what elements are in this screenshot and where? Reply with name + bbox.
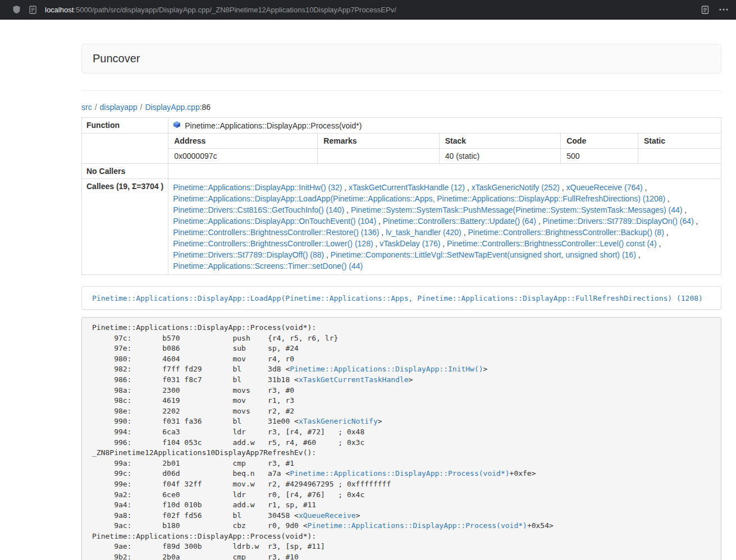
function-row: Function Pinetime::Applications::Display… xyxy=(82,118,721,134)
callee-separator: , xyxy=(376,217,383,226)
function-symbol: Pinetime::Applications::DisplayApp::Proc… xyxy=(185,121,362,130)
stats-header-address: Address xyxy=(168,134,318,149)
callee-separator: , xyxy=(379,228,386,237)
symbol-panel: Pinetime::Applications::DisplayApp::Load… xyxy=(81,286,721,310)
symbol-link[interactable]: Pinetime::Applications::DisplayApp::Proc… xyxy=(290,469,509,478)
url-bar[interactable]: localhost:5000/path/src/displayapp/Displ… xyxy=(45,6,693,14)
callee-link[interactable]: Pinetime::Components::LittleVgl::SetNewT… xyxy=(331,250,636,259)
stats-value-code: 500 xyxy=(561,149,638,164)
callee-link[interactable]: Pinetime::System::SystemTask::PushMessag… xyxy=(351,205,683,214)
app-header: Puncover xyxy=(81,44,721,74)
url-host: localhost xyxy=(45,6,74,14)
callee-link[interactable]: Pinetime::Drivers::St7789::DisplayOff() … xyxy=(173,250,324,259)
callee-separator: , xyxy=(536,217,543,226)
callee-link[interactable]: Pinetime::Applications::DisplayApp::OnTo… xyxy=(173,217,376,226)
stats-header-stack: Stack xyxy=(439,134,560,149)
callee-link[interactable]: Pinetime::Applications::Screens::Timer::… xyxy=(173,261,363,270)
stats-value-remarks xyxy=(318,149,439,164)
shield-icon[interactable] xyxy=(12,5,21,14)
callee-separator: , xyxy=(636,250,641,259)
breadcrumb-link-displayapp[interactable]: displayapp xyxy=(100,103,138,112)
stats-value-static xyxy=(638,149,721,164)
callee-link[interactable]: Pinetime::Controllers::BrightnessControl… xyxy=(173,239,373,248)
callee-separator: , xyxy=(694,217,698,226)
callee-link[interactable]: lv_task_handler (420) xyxy=(386,228,461,237)
callee-separator: , xyxy=(560,183,566,192)
function-icon xyxy=(173,121,181,130)
panel-heading-link[interactable]: Pinetime::Applications::DisplayApp::Load… xyxy=(92,294,703,302)
disassembly: Pinetime::Applications::DisplayApp::Proc… xyxy=(81,317,721,560)
stats-value-stack: 40 (static) xyxy=(439,149,560,164)
callees-list: Pinetime::Applications::DisplayApp::Init… xyxy=(168,179,721,275)
callee-link[interactable]: Pinetime::Applications::DisplayApp::Init… xyxy=(173,183,342,192)
callers-cell xyxy=(168,164,721,179)
callee-separator: , xyxy=(643,183,647,192)
row-label-function: Function xyxy=(82,118,168,134)
callee-separator: , xyxy=(664,228,669,237)
row-label-no-callers: No Callers xyxy=(82,164,168,179)
callee-separator: , xyxy=(324,250,331,259)
callee-separator: , xyxy=(440,239,447,248)
callee-link[interactable]: Pinetime::Drivers::Cst816S::GetTouchInfo… xyxy=(173,205,344,214)
callee-separator: , xyxy=(665,194,670,203)
table-row: 0x0000097c 40 (static) 500 xyxy=(168,149,721,164)
url-path: :5000/path/src/displayapp/DisplayApp.cpp… xyxy=(74,6,396,14)
callee-link[interactable]: Pinetime::Controllers::BrightnessControl… xyxy=(468,228,664,237)
browser-toolbar: localhost:5000/path/src/displayapp/Displ… xyxy=(0,0,736,20)
callee-link[interactable]: Pinetime::Drivers::St7789::DisplayOn() (… xyxy=(543,217,694,226)
divider xyxy=(81,90,721,91)
stats-row: Address Remarks Stack Code Static 0x0000… xyxy=(82,134,721,164)
symbol-link[interactable]: Pinetime::Applications::DisplayApp::Proc… xyxy=(308,521,527,530)
breadcrumb-link-file[interactable]: DisplayApp.cpp xyxy=(145,103,199,112)
symbol-link[interactable]: xTaskGenericNotify xyxy=(299,417,378,425)
page-content: Puncover src/displayapp/DisplayApp.cpp:8… xyxy=(81,20,721,560)
callee-separator: , xyxy=(465,183,472,192)
symbol-link[interactable]: xTaskGetCurrentTaskHandle xyxy=(299,375,409,384)
callee-separator: , xyxy=(682,205,687,214)
stats-header-code: Code xyxy=(561,134,638,149)
stats-header-row: Address Remarks Stack Code Static xyxy=(168,134,721,149)
callee-link[interactable]: xQueueReceive (764) xyxy=(566,183,643,192)
callee-separator: , xyxy=(461,228,468,237)
symbol-link[interactable]: Pinetime::Applications::DisplayApp::Init… xyxy=(290,365,483,373)
callers-row: No Callers xyxy=(82,164,721,179)
callee-separator: , xyxy=(373,239,380,248)
stats-header-static: Static xyxy=(638,134,721,149)
callee-link[interactable]: Pinetime::Applications::DisplayApp::Load… xyxy=(173,194,665,203)
more-options-icon[interactable] xyxy=(719,8,728,11)
callee-link[interactable]: vTaskDelay (176) xyxy=(380,239,440,248)
stats-cell: Address Remarks Stack Code Static 0x0000… xyxy=(168,134,721,164)
callee-separator: , xyxy=(657,239,661,248)
callee-separator: , xyxy=(342,183,349,192)
row-label-empty xyxy=(82,134,168,164)
breadcrumb-separator: / xyxy=(140,103,143,112)
callee-link[interactable]: Pinetime::Controllers::Battery::Update()… xyxy=(383,217,536,226)
breadcrumb-separator: / xyxy=(95,103,97,112)
row-label-callees: Callees (19, Σ=3704 ) xyxy=(82,179,168,275)
symbol-stats-table: Address Remarks Stack Code Static 0x0000… xyxy=(168,134,721,163)
page-title: Puncover xyxy=(93,52,140,65)
breadcrumb-line-number: :86 xyxy=(200,103,211,112)
callee-link[interactable]: Pinetime::Controllers::BrightnessControl… xyxy=(173,228,379,237)
function-symbol-cell: Pinetime::Applications::DisplayApp::Proc… xyxy=(168,118,721,134)
callee-link[interactable]: Pinetime::Controllers::BrightnessControl… xyxy=(447,239,656,248)
stats-header-remarks: Remarks xyxy=(318,134,439,149)
callees-row: Callees (19, Σ=3704 ) Pinetime::Applicat… xyxy=(82,179,721,275)
breadcrumb-link-src[interactable]: src xyxy=(81,103,92,112)
breadcrumb: src/displayapp/DisplayApp.cpp:86 xyxy=(81,103,721,112)
callee-link[interactable]: xTaskGenericNotify (252) xyxy=(472,183,560,192)
reader-view-icon[interactable] xyxy=(701,6,709,14)
page-icon[interactable] xyxy=(29,6,36,14)
symbol-link[interactable]: xQueueReceive xyxy=(299,511,356,520)
symbol-table: Function Pinetime::Applications::Display… xyxy=(81,117,721,275)
callee-link[interactable]: xTaskGetCurrentTaskHandle (12) xyxy=(349,183,465,192)
callee-separator: , xyxy=(344,205,351,214)
stats-value-address: 0x0000097c xyxy=(168,149,318,164)
